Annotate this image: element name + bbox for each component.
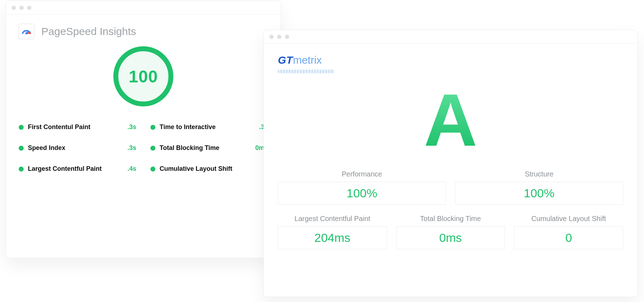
gtmetrix-grade: A xyxy=(424,83,477,157)
gtmetrix-label: Cumulative Layout Shift xyxy=(514,215,623,223)
gtmetrix-label: Performance xyxy=(278,170,446,178)
gtmetrix-logo-gt: GT xyxy=(278,54,293,66)
gtmetrix-cell: Cumulative Layout Shift 0 xyxy=(514,215,623,249)
ruler-icon xyxy=(278,70,334,73)
gtmetrix-value: 0ms xyxy=(396,231,505,245)
gtmetrix-bottom-row: Largest Contentful Paint 204ms Total Blo… xyxy=(278,215,623,249)
gtmetrix-cell: Performance 100% xyxy=(278,170,446,205)
metric-value: .4s xyxy=(127,165,136,173)
gtmetrix-top-row: Performance 100% Structure 100% xyxy=(278,170,623,205)
metric-row: Cumulative Layout Shift 0 xyxy=(150,165,268,173)
gtmetrix-cell: Largest Contentful Paint 204ms xyxy=(278,215,387,249)
metric-row: First Contentul Paint .3s xyxy=(19,123,136,131)
status-dot-icon xyxy=(150,146,155,151)
gtmetrix-cell: Structure 100% xyxy=(455,170,623,205)
pagespeed-logo-icon xyxy=(19,24,34,39)
metric-label: Time to Interactive xyxy=(160,123,255,131)
metric-label: Speed Index xyxy=(28,144,123,152)
window-dot-icon xyxy=(27,6,31,10)
window-dot-icon xyxy=(277,35,281,39)
gtmetrix-cell: Total Blocking Time 0ms xyxy=(396,215,505,249)
metric-row: Total Blocking Time 0ms xyxy=(150,144,268,152)
pagespeed-score-ring: 100 xyxy=(113,46,173,106)
metric-row: Speed Index .3s xyxy=(19,144,136,152)
pagespeed-window: PageSpeed Insights 100 First Contentul P… xyxy=(6,1,281,258)
gtmetrix-value: 204ms xyxy=(278,231,387,245)
pagespeed-score-value: 100 xyxy=(129,67,158,86)
gtmetrix-value: 100% xyxy=(278,186,446,200)
status-dot-icon xyxy=(19,125,24,130)
window-dot-icon xyxy=(19,6,24,10)
window-dot-icon xyxy=(285,35,289,39)
status-dot-icon xyxy=(19,146,24,151)
status-dot-icon xyxy=(150,125,155,130)
gtmetrix-label: Total Blocking Time xyxy=(396,215,505,223)
metric-label: Cumulative Layout Shift xyxy=(160,165,260,173)
pagespeed-title: PageSpeed Insights xyxy=(41,25,136,37)
gtmetrix-value: 0 xyxy=(514,231,623,245)
metric-value: .3s xyxy=(127,144,136,152)
pagespeed-metrics: First Contentul Paint .3s Time to Intera… xyxy=(19,123,268,173)
gtmetrix-logo: GTmetrix xyxy=(278,54,623,73)
gtmetrix-value: 100% xyxy=(455,186,623,200)
metric-label: Total Blocking Time xyxy=(160,144,251,152)
metric-label: First Contentul Paint xyxy=(28,123,123,131)
metric-value: .3s xyxy=(127,123,136,131)
gtmetrix-window: GTmetrix A Performance 100% Structure 10… xyxy=(263,30,638,297)
status-dot-icon xyxy=(150,167,155,172)
gtmetrix-logo-metrix: metrix xyxy=(293,54,322,66)
status-dot-icon xyxy=(19,167,24,172)
metric-row: Time to Interactive .3s xyxy=(150,123,268,131)
window-dot-icon xyxy=(12,6,16,10)
metric-row: Largest Contentful Paint .4s xyxy=(19,165,136,173)
gtmetrix-label: Structure xyxy=(455,170,623,178)
gtmetrix-label: Largest Contentful Paint xyxy=(278,215,387,223)
metric-label: Largest Contentful Paint xyxy=(28,165,123,173)
window-titlebar xyxy=(264,30,637,43)
window-dot-icon xyxy=(269,35,274,39)
window-titlebar xyxy=(6,1,281,14)
